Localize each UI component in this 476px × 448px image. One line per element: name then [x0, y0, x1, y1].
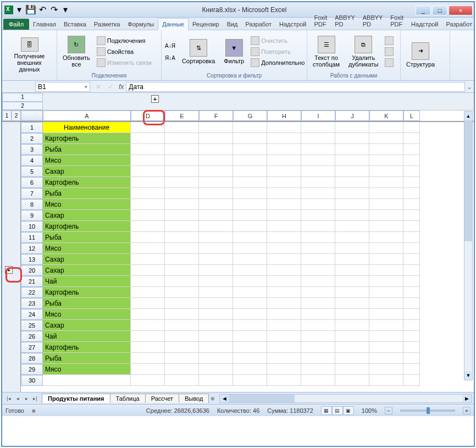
- row-head-30[interactable]: 30: [21, 375, 43, 386]
- cell-E7[interactable]: [165, 188, 199, 199]
- cell-F30[interactable]: [199, 375, 233, 386]
- cell-G13[interactable]: [233, 254, 267, 265]
- cell-I24[interactable]: [301, 309, 335, 320]
- cell-L10[interactable]: [403, 221, 420, 232]
- cell-K26[interactable]: [369, 331, 403, 342]
- cell-K7[interactable]: [369, 188, 403, 199]
- cell-I5[interactable]: [301, 166, 335, 177]
- cell-D9[interactable]: [131, 210, 165, 221]
- cell-D5[interactable]: [131, 166, 165, 177]
- cell-G6[interactable]: [233, 177, 267, 188]
- row-head-7[interactable]: 7: [21, 188, 43, 199]
- cell-F29[interactable]: [199, 364, 233, 375]
- cell-K13[interactable]: [369, 254, 403, 265]
- cell-H12[interactable]: [267, 243, 301, 254]
- cell-E13[interactable]: [165, 254, 199, 265]
- cell-I29[interactable]: [301, 364, 335, 375]
- col-outline-level-2[interactable]: 2: [2, 102, 43, 110]
- cell-D26[interactable]: [131, 331, 165, 342]
- cell-F6[interactable]: [199, 177, 233, 188]
- cell-G2[interactable]: [233, 133, 267, 144]
- cell-H7[interactable]: [267, 188, 301, 199]
- cell-D12[interactable]: [131, 243, 165, 254]
- cell-A12[interactable]: Мясо: [43, 243, 131, 254]
- cell-J1[interactable]: [335, 122, 369, 133]
- cell-K12[interactable]: [369, 243, 403, 254]
- cell-D7[interactable]: [131, 188, 165, 199]
- cell-J28[interactable]: [335, 353, 369, 364]
- cell-A23[interactable]: Рыба: [43, 298, 131, 309]
- cell-D20[interactable]: [131, 265, 165, 276]
- cell-D13[interactable]: [131, 254, 165, 265]
- view-normal-button[interactable]: ▦: [321, 406, 332, 415]
- col-head-K[interactable]: K: [369, 110, 403, 121]
- cell-K4[interactable]: [369, 155, 403, 166]
- cell-D25[interactable]: [131, 320, 165, 331]
- cell-H25[interactable]: [267, 320, 301, 331]
- cell-L25[interactable]: [403, 320, 420, 331]
- cell-E1[interactable]: [165, 122, 199, 133]
- row-head-9[interactable]: 9: [21, 210, 43, 221]
- cell-G28[interactable]: [233, 353, 267, 364]
- formula-input[interactable]: Дата: [126, 82, 465, 92]
- cell-F8[interactable]: [199, 199, 233, 210]
- cell-K2[interactable]: [369, 133, 403, 144]
- cell-K27[interactable]: [369, 342, 403, 353]
- cell-A28[interactable]: Рыба: [43, 353, 131, 364]
- cell-A22[interactable]: Картофель: [43, 287, 131, 298]
- cell-E20[interactable]: [165, 265, 199, 276]
- cell-L20[interactable]: [403, 265, 420, 276]
- cell-L23[interactable]: [403, 298, 420, 309]
- cell-I8[interactable]: [301, 199, 335, 210]
- close-button[interactable]: ×: [449, 5, 473, 15]
- reapply-filter-button[interactable]: Повторить: [250, 46, 306, 57]
- cell-F27[interactable]: [199, 342, 233, 353]
- cell-J4[interactable]: [335, 155, 369, 166]
- sort-za-button[interactable]: Я↓А: [164, 52, 176, 63]
- sort-az-button[interactable]: А↓Я: [164, 40, 176, 51]
- cell-H20[interactable]: [267, 265, 301, 276]
- cell-D27[interactable]: [131, 342, 165, 353]
- row-outline-level-1[interactable]: 1: [2, 110, 12, 121]
- row-head-29[interactable]: 29: [21, 364, 43, 375]
- row-head-28[interactable]: 28: [21, 353, 43, 364]
- cell-G10[interactable]: [233, 221, 267, 232]
- outline-button[interactable]: ➜ Структура: [403, 36, 438, 74]
- cell-F12[interactable]: [199, 243, 233, 254]
- cell-L4[interactable]: [403, 155, 420, 166]
- cell-J5[interactable]: [335, 166, 369, 177]
- tab-5[interactable]: Рецензир: [189, 19, 223, 30]
- cell-A7[interactable]: Рыба: [43, 188, 131, 199]
- select-all-corner[interactable]: [21, 110, 43, 121]
- cell-L27[interactable]: [403, 342, 420, 353]
- scroll-right-icon[interactable]: ▶: [462, 395, 471, 402]
- cell-I13[interactable]: [301, 254, 335, 265]
- cell-E2[interactable]: [165, 133, 199, 144]
- name-box-dropdown-icon[interactable]: ▾: [85, 84, 87, 90]
- view-page-break-button[interactable]: ▣: [343, 406, 354, 415]
- cell-I21[interactable]: [301, 276, 335, 287]
- cell-I23[interactable]: [301, 298, 335, 309]
- cell-E3[interactable]: [165, 144, 199, 155]
- cells-area[interactable]: НаименованиеКартофельРыбаМясоСахарКартоф…: [43, 122, 474, 392]
- cell-K10[interactable]: [369, 221, 403, 232]
- row-head-3[interactable]: 3: [21, 144, 43, 155]
- cell-K21[interactable]: [369, 276, 403, 287]
- cell-A10[interactable]: Картофель: [43, 221, 131, 232]
- horizontal-scrollbar[interactable]: ◀ ▶: [219, 394, 472, 403]
- cell-E6[interactable]: [165, 177, 199, 188]
- row-head-2[interactable]: 2: [21, 133, 43, 144]
- cell-G9[interactable]: [233, 210, 267, 221]
- cell-I27[interactable]: [301, 342, 335, 353]
- cell-D2[interactable]: [131, 133, 165, 144]
- cell-L21[interactable]: [403, 276, 420, 287]
- row-head-6[interactable]: 6: [21, 177, 43, 188]
- enter-formula-icon[interactable]: ✓: [104, 83, 117, 91]
- row-head-25[interactable]: 25: [21, 320, 43, 331]
- cell-K3[interactable]: [369, 144, 403, 155]
- cell-G22[interactable]: [233, 287, 267, 298]
- col-head-G[interactable]: G: [233, 110, 267, 121]
- col-head-I[interactable]: I: [301, 110, 335, 121]
- cell-K23[interactable]: [369, 298, 403, 309]
- tab-надстрой[interactable]: Надстрой: [407, 19, 442, 30]
